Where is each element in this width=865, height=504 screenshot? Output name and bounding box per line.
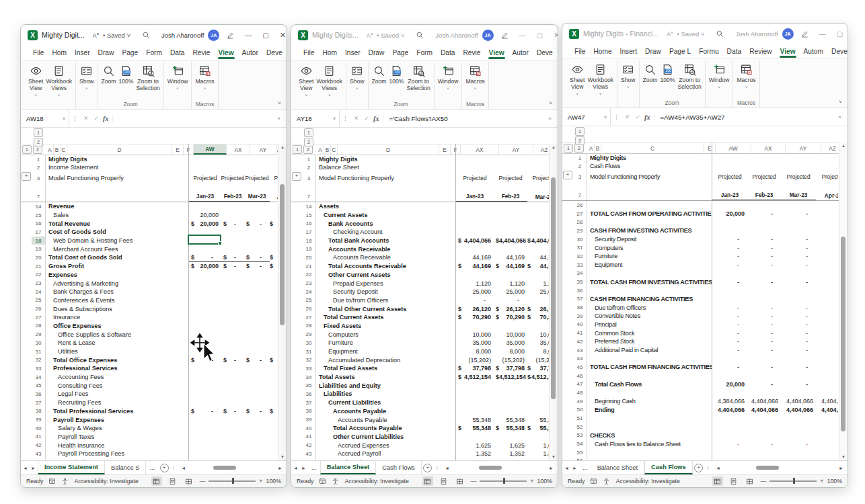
ribbon-tab-file[interactable]: File [29,47,48,58]
cell-value-col-AX[interactable]: 10,000 [456,330,494,339]
sheet-tab-balance-s[interactable]: Balance S [105,461,146,474]
outline-level-1[interactable]: 1 [575,127,585,136]
row-number[interactable]: 37 [573,295,587,304]
cell-label[interactable]: Total Revenue [46,219,189,228]
cell-value-partial[interactable] [816,372,838,380]
cell-label[interactable]: Other Current Assets [316,271,456,280]
sheet-tab-balance-sheet[interactable]: Balance Sheet [320,461,377,474]
cell-value-col-AX[interactable]: - [747,346,781,355]
column-header-B[interactable]: B [595,143,601,153]
cell-label[interactable]: Recruiting Fees [46,398,189,407]
cell-label[interactable]: Accrued Expenses [316,441,456,450]
row-number[interactable]: 51 [573,414,587,423]
ribbon-tab-data[interactable]: Data [723,46,746,57]
cell-value-col-AX[interactable]: - [747,312,781,321]
cell-value-col-AY[interactable] [244,313,270,322]
cell-value-col-AY[interactable]: 55,348 [494,415,527,424]
cell-value-col-AW[interactable]: - [712,312,747,321]
row-number[interactable]: 29 [302,330,316,339]
cell-value-partial[interactable] [527,322,549,331]
row-number[interactable]: 52 [573,423,587,431]
cell-value-col-AY[interactable] [494,381,527,390]
sheet-tab-cash-flows[interactable]: Cash Flows [376,461,422,474]
cell-label[interactable] [587,448,712,457]
column-header-AY[interactable]: AY [250,144,276,155]
cell-label[interactable]: Advertising & Marketing [46,279,189,288]
outline-expand-button[interactable]: + [563,171,572,179]
ribbon-button-macros[interactable]: Macros˅ [194,62,215,91]
cell-value-col-AX[interactable] [221,415,244,424]
ribbon-tab-view[interactable]: View [485,47,509,58]
collapse-ribbon-icon[interactable]: ˅ [278,100,281,106]
page-break-view-button[interactable] [745,476,755,486]
cell-value-col-AW[interactable] [712,286,747,295]
row-number[interactable]: 21 [302,262,316,271]
cell-label[interactable]: Total Professional Services [46,407,189,416]
cell-value-partial[interactable]: - [816,235,838,244]
row-number[interactable]: 19 [302,245,316,253]
cell-value-col-AW[interactable] [712,269,747,278]
sheet-nav-left-icon[interactable]: ◄ [293,466,298,470]
cell-value-partial[interactable] [270,347,278,356]
accessibility-icon[interactable] [61,478,69,485]
cell-value-col-AX[interactable]: - [747,210,781,218]
cell-value-partial[interactable] [816,354,838,363]
cell-label[interactable] [587,190,712,200]
cell-label[interactable]: Accounts Receivable [316,245,456,253]
cell-value-col-AY[interactable] [244,237,270,245]
cell-label[interactable]: Total Cash Flows [587,380,712,388]
cell-label[interactable] [587,269,712,278]
outline-col-level-1[interactable]: 1 [22,145,32,154]
row-number[interactable] [573,183,587,190]
cell-value-partial[interactable] [527,407,549,416]
insert-function-icon[interactable]: fx [102,115,113,122]
record-macro-icon[interactable] [48,478,56,485]
cell-value-col-AX[interactable] [221,373,244,382]
cell-value-col-AY[interactable] [244,330,270,339]
cell-value-col-AY[interactable] [494,407,527,416]
cell-value-col-AX[interactable]: $- [221,219,244,228]
cell-value-col-AY[interactable]: - [781,303,816,312]
row-number[interactable]: 23 [32,279,46,288]
cell-label[interactable]: Utilities [46,347,189,356]
row-number[interactable]: 32 [32,355,46,364]
cell-value-partial[interactable] [270,450,278,458]
pencil-icon[interactable] [498,32,512,39]
normal-view-button[interactable] [151,476,162,486]
cell-value-col-AY[interactable]: 1,352 [494,450,527,458]
cell-label[interactable]: Payroll Processing Fees [46,450,189,458]
cell-value-col-AY[interactable] [494,322,527,331]
cell-label[interactable] [587,354,712,363]
cell-label[interactable]: Payroll Taxes [46,433,189,442]
accessibility-icon[interactable] [332,478,339,485]
sheet-nav-right-icon[interactable]: ► [301,466,306,470]
cell-value-partial[interactable] [816,286,838,295]
row-number[interactable]: 3 [32,171,46,185]
cell-label[interactable]: Health Insurance [46,441,189,450]
cell-value-partial[interactable] [527,390,549,398]
cell-value-col-AW[interactable] [189,296,221,305]
column-header-B[interactable]: B [324,144,331,155]
ribbon-tab-view[interactable]: View [776,46,800,57]
cell-value-col-AY[interactable] [244,415,270,424]
cell-value-col-AX[interactable] [221,441,244,450]
cell-label[interactable] [316,192,456,202]
cell-value-col-AX[interactable] [747,201,781,210]
row-number[interactable]: 34 [302,373,316,382]
sheet-tab-income-statement[interactable]: Income Statement [38,461,105,474]
cell-value-partial[interactable]: 1,352 [527,450,549,458]
cell-value-col-AY[interactable]: - [781,363,816,372]
cell-label[interactable]: Checking Account [316,228,456,237]
row-number[interactable]: 3 [573,170,587,183]
ribbon-button-workbook-views[interactable]: WorkbookViews˅ [586,60,615,96]
search-icon[interactable] [139,31,153,39]
cell-label[interactable]: Assets [316,202,456,211]
cell-value-partial[interactable] [816,269,838,278]
cell-value-col-AX[interactable] [456,219,494,228]
name-box[interactable]: AW47˅ [562,108,611,126]
cell-value-col-AX[interactable]: $70,290 [456,313,494,322]
expand-formula-bar-icon[interactable]: ˄ [271,116,287,122]
cell-value-col-AW[interactable] [189,330,221,339]
cell-value-partial[interactable]: $55,348 [527,424,549,433]
row-number[interactable]: 53 [573,431,587,440]
